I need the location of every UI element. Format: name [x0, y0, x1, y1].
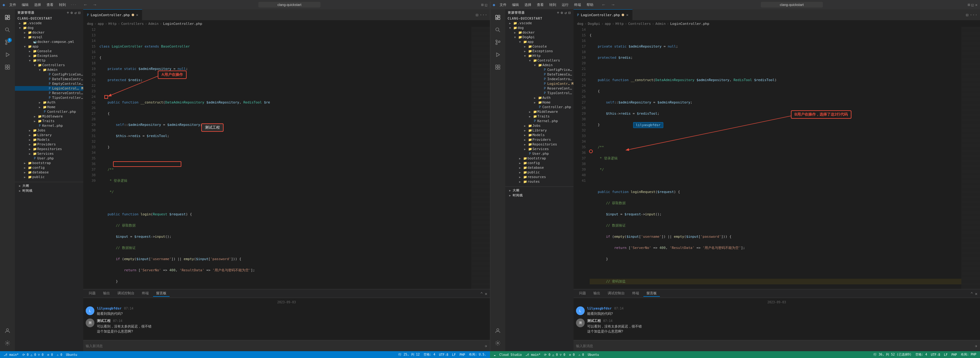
- right-project-name[interactable]: CLANG-QUICKSTART: [505, 16, 574, 21]
- more-actions-icon[interactable]: ···: [479, 13, 487, 18]
- tree-database[interactable]: ▶ 📁 database: [15, 170, 83, 175]
- panel-close-icon-left[interactable]: ✕: [485, 291, 487, 296]
- activity-debug-left[interactable]: [2, 49, 13, 60]
- rtree-config[interactable]: ▶ 📁 config: [505, 161, 574, 165]
- rtimeline-section[interactable]: ▶ 时间线: [505, 193, 574, 198]
- tree-exceptions[interactable]: ▶ 📁 Exceptions: [15, 53, 83, 58]
- rtree-resources[interactable]: ▶ 📁 resources: [505, 175, 574, 179]
- rtree-providers[interactable]: ▶ 📁 Providers: [505, 137, 574, 142]
- status-lang-left[interactable]: PHP: [458, 353, 466, 356]
- right-panel-tab-output[interactable]: 输出: [590, 290, 603, 297]
- routline-section[interactable]: ▶ 大纲: [505, 188, 574, 193]
- status-encoding-right[interactable]: UTF-8: [930, 353, 942, 356]
- new-file-icon[interactable]: +: [67, 11, 69, 15]
- tree-config[interactable]: ▶ 📁 config: [15, 165, 83, 170]
- rtree-index-ctrl[interactable]: P IndexController.php: [505, 77, 574, 82]
- left-code-content[interactable]: class LoginController extends BaseContro…: [98, 27, 471, 289]
- rbc-app[interactable]: app: [605, 22, 611, 26]
- tree-public[interactable]: ▶ 📁 public: [15, 175, 83, 179]
- bc-controllers-left[interactable]: Controllers: [121, 22, 144, 26]
- status-warning-right[interactable]: ⚠ 0: [577, 353, 585, 356]
- tree-providers[interactable]: ▶ 📁 Providers: [15, 142, 83, 147]
- tree-datetimes[interactable]: P DateTimesController.php: [15, 77, 83, 82]
- bc-dog-left[interactable]: dog: [87, 22, 93, 26]
- menu-file-2[interactable]: 文件: [497, 2, 509, 8]
- left-chat-input[interactable]: [86, 344, 485, 348]
- panel-up-icon-left[interactable]: ⌃: [480, 291, 483, 296]
- right-panel-tab-terminal[interactable]: 终端: [629, 290, 642, 297]
- status-branch-right[interactable]: ⎇ main*: [524, 353, 541, 356]
- status-error-right[interactable]: ⊘ 0: [568, 353, 576, 356]
- tree-middleware[interactable]: ▶ 📁 Middleware: [15, 114, 83, 119]
- right-chat-input[interactable]: [576, 344, 975, 348]
- status-cloud-name[interactable]: Cloud Studio: [498, 353, 523, 356]
- status-format-right[interactable]: 布局: PHP: [959, 352, 977, 357]
- rtree-admin[interactable]: ▼ 📁 Admin: [505, 63, 574, 67]
- refresh-icon[interactable]: ↺: [75, 11, 77, 15]
- rtree-user-php[interactable]: P User.php: [505, 151, 574, 156]
- tree-dog[interactable]: ▼ 📁 dog: [15, 26, 83, 30]
- menu-view-1[interactable]: 查看: [44, 2, 56, 8]
- right-send-icon[interactable]: ✈: [975, 344, 977, 348]
- status-spaces-left[interactable]: 空格: 4: [422, 352, 437, 357]
- nav-forward-2[interactable]: →: [609, 2, 617, 8]
- timeline-section[interactable]: ▶ 时间线: [15, 188, 83, 193]
- panel-close-icon-right[interactable]: ✕: [975, 291, 977, 296]
- menu-run-2[interactable]: 运行: [559, 2, 571, 8]
- rtree-vscode[interactable]: ▶ 📁 .vscode: [505, 21, 574, 26]
- rtree-jobs[interactable]: ▶ 📁 Jobs: [505, 123, 574, 128]
- right-refresh-icon[interactable]: ↺: [565, 11, 567, 15]
- tree-models[interactable]: ▶ 📁 Models: [15, 137, 83, 142]
- status-warning-left[interactable]: ⚠ 0: [55, 353, 64, 356]
- left-send-icon[interactable]: ✈: [485, 344, 487, 348]
- rtree-middleware[interactable]: ▶ 📁 Middleware: [505, 109, 574, 114]
- search-bar-1[interactable]: [258, 2, 320, 8]
- status-platform-right[interactable]: Ubuntu: [587, 353, 600, 356]
- tree-admin[interactable]: ▼ 📁 Admin: [15, 67, 83, 72]
- right-new-folder-icon[interactable]: ⊕: [561, 11, 563, 15]
- rtree-models[interactable]: ▶ 📁 Models: [505, 133, 574, 137]
- tree-reserve-ctrl[interactable]: P ReserveController.php: [15, 91, 83, 96]
- bc-http-left[interactable]: Http: [108, 22, 117, 26]
- tree-home[interactable]: ▶ 📁 Home: [15, 105, 83, 109]
- rtree-dog[interactable]: ▼ 📁 dog: [505, 26, 574, 30]
- status-format-left[interactable]: 布局: U.S.: [468, 352, 487, 357]
- tree-traits[interactable]: ▶ 📁 Traits: [15, 119, 83, 123]
- split-editor-icon[interactable]: ⊡: [476, 13, 478, 18]
- tree-tips-ctrl[interactable]: P TipsController.php: [15, 96, 83, 100]
- tree-services-left[interactable]: ▶ 📁 Services: [15, 151, 83, 156]
- status-error-left[interactable]: ⊘ 0: [46, 353, 54, 356]
- bc-logincontroller-left[interactable]: LoginController.php: [163, 22, 202, 26]
- tree-config-price[interactable]: P ConfigPriceController.php: [15, 72, 83, 77]
- bc-app-left[interactable]: app: [98, 22, 104, 26]
- tree-login-ctrl[interactable]: P LoginController.php M: [15, 86, 83, 91]
- tree-mysql[interactable]: ▶ 📁 mysql: [15, 35, 83, 40]
- right-collapse-icon[interactable]: ⊟: [568, 11, 571, 15]
- bc-admin-left[interactable]: Admin: [148, 22, 159, 26]
- right-panel-tab-chat[interactable]: 留言板: [643, 290, 660, 297]
- tree-vscode[interactable]: ▶ 📁 .vscode: [15, 21, 83, 26]
- menu-goto-1[interactable]: 转到: [57, 2, 68, 8]
- rtree-datetimes[interactable]: P DateTimesController.php: [505, 72, 574, 77]
- activity-settings-right[interactable]: [492, 337, 503, 349]
- rtree-controller-php[interactable]: P Controller.php: [505, 105, 574, 109]
- new-folder-icon[interactable]: ⊕: [70, 11, 73, 15]
- rtree-repositories[interactable]: ▶ 📁 Repositories: [505, 142, 574, 147]
- tree-library[interactable]: ▶ 📁 Library: [15, 133, 83, 137]
- rtree-database[interactable]: ▶ 📁 database: [505, 165, 574, 170]
- left-tab-close[interactable]: ✕: [136, 13, 138, 17]
- status-spaces-right[interactable]: 空格: 4: [914, 352, 929, 357]
- tree-kernel[interactable]: P Kernel.php: [15, 123, 83, 128]
- tree-repositories[interactable]: ▶ 📁 Repositories: [15, 147, 83, 151]
- rtree-app[interactable]: ▼ 📁 app: [505, 40, 574, 44]
- status-sync-right[interactable]: ⟳ 0 △ 0 ▽ 0: [543, 353, 566, 356]
- status-branch-left[interactable]: ⎇ main*: [3, 353, 20, 356]
- rtree-docker[interactable]: ▶ 📁 docker: [505, 30, 574, 35]
- panel-up-icon-right[interactable]: ⌃: [970, 291, 973, 296]
- rtree-config-price[interactable]: P ConfigPriceController.php: [505, 67, 574, 72]
- tree-user-php[interactable]: P User.php: [15, 156, 83, 161]
- nav-forward-1[interactable]: →: [91, 2, 99, 8]
- menu-terminal-2[interactable]: 终端: [572, 2, 584, 8]
- nav-back-1[interactable]: ←: [81, 2, 89, 8]
- tree-console[interactable]: ▶ 📁 Console: [15, 49, 83, 53]
